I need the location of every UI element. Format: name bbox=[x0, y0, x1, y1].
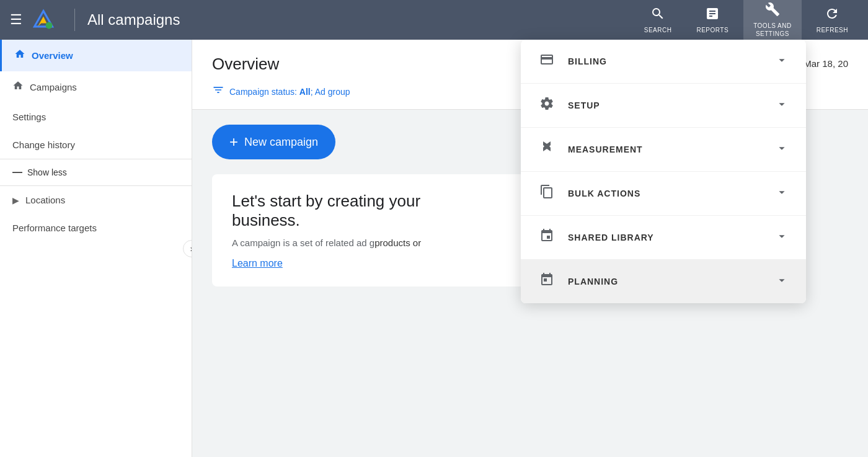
dropdown-bulk-actions[interactable]: BULK ACTIONS bbox=[521, 172, 806, 216]
dropdown-setup[interactable]: SETUP bbox=[521, 84, 806, 128]
setup-chevron-icon bbox=[775, 97, 789, 114]
bulk-actions-chevron-icon bbox=[775, 185, 789, 202]
dropdown-billing[interactable]: BILLING bbox=[521, 40, 806, 84]
bulk-actions-label: BULK ACTIONS bbox=[568, 189, 640, 198]
billing-icon bbox=[538, 52, 556, 71]
dropdown-measurement[interactable]: MEASUREMENT bbox=[521, 128, 806, 172]
measurement-icon bbox=[538, 140, 556, 159]
dropdown-shared-library[interactable]: SHARED LIBRARY bbox=[521, 216, 806, 260]
planning-chevron-icon bbox=[775, 273, 789, 290]
tools-dropdown: BILLING SETUP MEASUREMENT bbox=[521, 40, 806, 303]
billing-chevron-icon bbox=[775, 53, 789, 70]
measurement-label: MEASUREMENT bbox=[568, 144, 643, 154]
setup-label: SETUP bbox=[568, 100, 600, 110]
dropdown-planning[interactable]: PLANNING bbox=[521, 260, 806, 303]
planning-label: PLANNING bbox=[568, 277, 618, 286]
shared-library-label: SHARED LIBRARY bbox=[568, 233, 654, 242]
shared-library-chevron-icon bbox=[775, 229, 789, 246]
bulk-actions-icon bbox=[538, 184, 556, 203]
setup-icon bbox=[538, 96, 556, 115]
measurement-chevron-icon bbox=[775, 141, 789, 158]
shared-library-icon bbox=[538, 228, 556, 247]
billing-label: BILLING bbox=[568, 56, 607, 66]
planning-icon bbox=[538, 272, 556, 291]
